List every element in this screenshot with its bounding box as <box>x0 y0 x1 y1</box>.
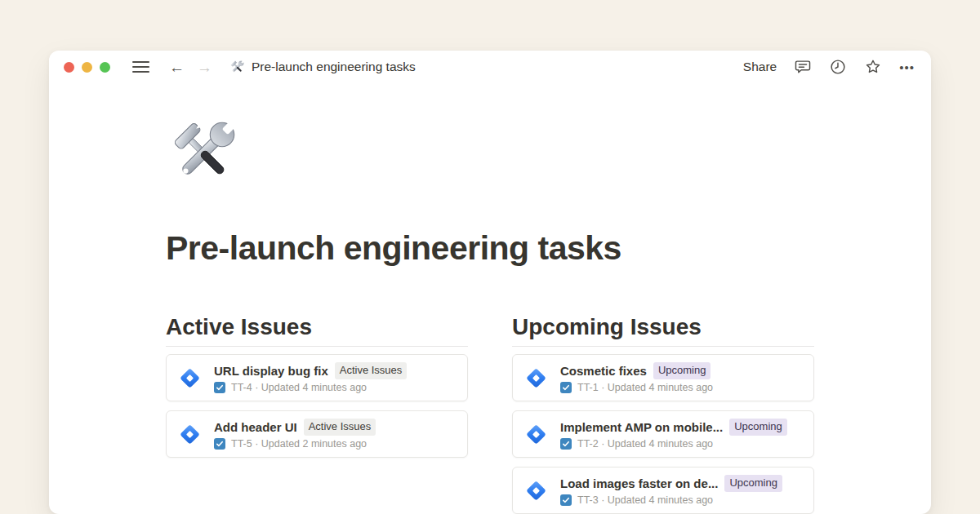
notion-app-window: ← → Pre <box>49 51 931 514</box>
issue-title: Load images faster on de... <box>560 476 718 490</box>
issue-meta: TT-1 · Updated 4 minutes ago <box>577 382 713 393</box>
breadcrumb-page-title: Pre-launch engineering tasks <box>252 60 416 74</box>
hammer-and-wrench-icon <box>229 60 245 75</box>
back-button[interactable]: ← <box>169 60 185 75</box>
issue-title: Add header UI <box>214 420 297 434</box>
status-badge: Upcoming <box>653 362 711 379</box>
minimize-window-button[interactable] <box>82 62 92 73</box>
issue-card[interactable]: Load images faster on de... Upcoming TT-… <box>512 467 814 514</box>
column-active-issues: Active Issues <box>166 314 468 514</box>
column-heading-divider: Upcoming Issues <box>512 314 814 347</box>
jira-diamond-icon <box>178 366 202 390</box>
forward-button[interactable]: → <box>197 60 212 75</box>
window-controls <box>64 62 110 73</box>
jira-diamond-icon <box>524 479 548 503</box>
share-button[interactable]: Share <box>743 60 777 74</box>
column-heading[interactable]: Upcoming Issues <box>512 314 814 340</box>
page-title[interactable]: Pre-launch engineering tasks <box>166 228 817 268</box>
issue-title: URL display bug fix <box>214 364 328 378</box>
issue-card[interactable]: Cosmetic fixes Upcoming TT-1 · Updated 4… <box>512 354 814 401</box>
checked-checkbox-icon <box>214 382 225 393</box>
issue-meta: TT-4 · Updated 4 minutes ago <box>231 382 367 393</box>
checked-checkbox-icon <box>214 438 225 450</box>
column-heading[interactable]: Active Issues <box>166 314 468 340</box>
issue-title: Implement AMP on mobile... <box>560 420 723 434</box>
issue-card[interactable]: Implement AMP on mobile... Upcoming TT-2… <box>512 410 814 458</box>
titlebar: ← → Pre <box>49 51 931 83</box>
page-hammer-and-wrench-icon[interactable] <box>166 116 241 191</box>
issue-title: Cosmetic fixes <box>560 364 647 378</box>
issue-card[interactable]: URL display bug fix Active Issues TT-4 ·… <box>166 354 468 401</box>
status-badge: Upcoming <box>729 419 787 436</box>
jira-diamond-icon <box>524 366 548 390</box>
status-badge: Active Issues <box>335 362 408 379</box>
issue-meta: TT-2 · Updated 4 minutes ago <box>577 438 713 450</box>
issue-meta: TT-3 · Updated 4 minutes ago <box>577 494 713 506</box>
status-badge: Upcoming <box>724 475 782 492</box>
favorite-star-icon[interactable] <box>864 58 882 76</box>
titlebar-actions: Share ••• <box>743 58 915 76</box>
maximize-window-button[interactable] <box>100 62 110 73</box>
jira-diamond-icon <box>178 423 202 446</box>
jira-diamond-icon <box>524 423 548 446</box>
comments-icon[interactable] <box>794 58 812 76</box>
page-content: Pre-launch engineering tasks Active Issu… <box>49 116 817 514</box>
checked-checkbox-icon <box>560 382 572 393</box>
menu-icon[interactable] <box>132 61 149 73</box>
checked-checkbox-icon <box>560 494 572 506</box>
board-columns: Active Issues <box>166 314 817 514</box>
column-heading-divider: Active Issues <box>166 314 468 347</box>
column-upcoming-issues: Upcoming Issues Cosmetic fixes Upcoming <box>512 314 814 514</box>
issue-meta: TT-5 · Updated 2 minutes ago <box>231 438 367 450</box>
checked-checkbox-icon <box>560 438 572 450</box>
issue-card[interactable]: Add header UI Active Issues TT-5 · Updat… <box>166 410 468 458</box>
updates-clock-icon[interactable] <box>829 58 847 76</box>
more-options-button[interactable]: ••• <box>899 60 915 74</box>
status-badge: Active Issues <box>304 419 376 436</box>
close-window-button[interactable] <box>64 62 74 73</box>
